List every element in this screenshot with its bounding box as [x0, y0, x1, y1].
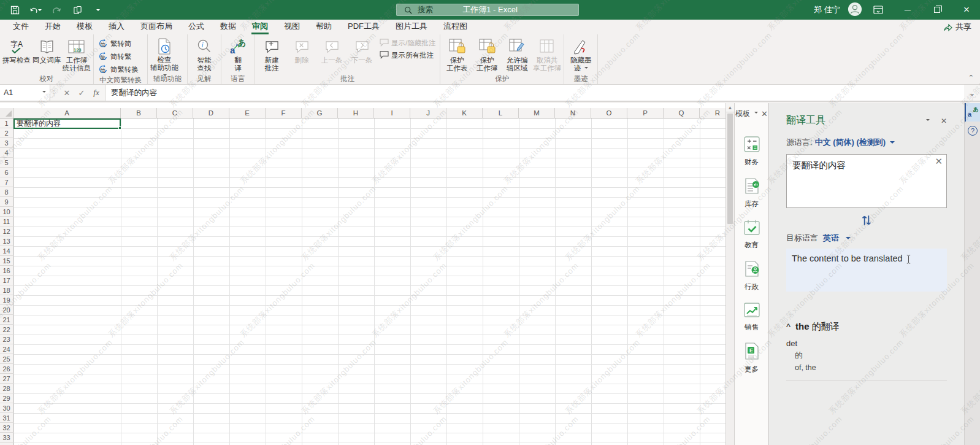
column-header-L[interactable]: L: [483, 108, 519, 118]
column-header-O[interactable]: O: [591, 108, 627, 118]
ribbon-tab-视图[interactable]: 视图: [276, 19, 308, 34]
name-box-dropdown-icon[interactable]: [42, 91, 46, 95]
column-header-F[interactable]: F: [266, 108, 302, 118]
ribbon-tab-审阅[interactable]: 审阅: [244, 19, 276, 34]
ribbon-button-保护工作表[interactable]: 保护 工作表: [442, 36, 472, 74]
worksheet-grid[interactable]: ABCDEFGHIJKLMNOPQR1234567891011121314151…: [0, 103, 725, 445]
row-header-34[interactable]: 34: [0, 443, 13, 445]
column-header-D[interactable]: D: [193, 108, 229, 118]
ribbon-button-智能查找[interactable]: i智能 查找: [189, 36, 219, 74]
undo-icon[interactable]: [29, 4, 42, 16]
column-header-K[interactable]: K: [446, 108, 483, 118]
share-button[interactable]: 共享: [944, 21, 971, 33]
customize-qat-icon[interactable]: [92, 4, 104, 16]
row-header-14[interactable]: 14: [0, 246, 13, 256]
column-header-M[interactable]: M: [519, 108, 555, 118]
column-header-E[interactable]: E: [229, 108, 266, 118]
touch-mode-icon[interactable]: [71, 4, 83, 16]
template-item-库存[interactable]: 库存: [743, 177, 761, 209]
scrollbar-thumb[interactable]: [727, 114, 733, 224]
user-name[interactable]: 郑 佳宁: [814, 4, 840, 15]
vertical-scrollbar[interactable]: ▲: [725, 103, 734, 445]
template-item-行政[interactable]: 行政: [743, 260, 761, 292]
column-header-N[interactable]: N: [555, 108, 591, 118]
column-header-R[interactable]: R: [700, 108, 725, 118]
collapse-ribbon-icon[interactable]: ⌃: [968, 74, 974, 82]
template-item-财务[interactable]: 财务: [743, 135, 761, 167]
ribbon-tab-图片工具[interactable]: 图片工具: [388, 19, 435, 34]
row-header-30[interactable]: 30: [0, 403, 13, 413]
ribbon-button-翻译[interactable]: aあ翻 译: [223, 36, 253, 74]
clear-source-icon[interactable]: ✕: [935, 156, 943, 167]
minimize-button[interactable]: ─: [894, 0, 921, 20]
row-header-10[interactable]: 10: [0, 207, 13, 217]
ribbon-button-工作簿统计信息[interactable]: 123工作簿 统计信息: [62, 36, 91, 74]
row-header-6[interactable]: 6: [0, 168, 13, 177]
ribbon-tab-PDF工具[interactable]: PDF工具: [340, 19, 388, 34]
template-pane-dropdown-icon[interactable]: [754, 112, 758, 115]
template-item-销售[interactable]: 销售: [743, 301, 761, 332]
collapse-section-icon[interactable]: ^: [786, 322, 791, 332]
row-header-9[interactable]: 9: [0, 197, 13, 207]
search-input[interactable]: 搜索: [396, 4, 579, 16]
save-icon[interactable]: [9, 4, 21, 16]
column-header-B[interactable]: B: [121, 108, 157, 118]
row-header-23[interactable]: 23: [0, 335, 13, 344]
ribbon-button-拼写检查[interactable]: 字A拼写检查: [2, 36, 31, 74]
row-header-21[interactable]: 21: [0, 315, 13, 325]
column-header-Q[interactable]: Q: [664, 108, 700, 118]
ribbon-tab-模板[interactable]: 模板: [69, 19, 101, 34]
column-header-C[interactable]: C: [157, 108, 193, 118]
row-header-32[interactable]: 32: [0, 423, 13, 433]
ribbon-tab-帮助[interactable]: 帮助: [308, 19, 340, 34]
ribbon-button-同义词库[interactable]: 同义词库: [32, 36, 61, 74]
ribbon-display-options-icon[interactable]: [865, 0, 892, 20]
ribbon-button-隐藏墨迹[interactable]: 隐藏墨 迹: [566, 36, 595, 74]
row-header-15[interactable]: 15: [0, 256, 13, 266]
column-header-H[interactable]: H: [338, 108, 374, 118]
undo-dropdown-icon[interactable]: [38, 9, 42, 13]
selected-cell-A1[interactable]: 要翻译的内容: [13, 118, 121, 129]
row-header-19[interactable]: 19: [0, 295, 13, 305]
column-header-A[interactable]: A: [13, 108, 121, 118]
column-header-I[interactable]: I: [374, 108, 410, 118]
template-pane-close-icon[interactable]: ✕: [761, 109, 768, 118]
name-box[interactable]: A1: [0, 85, 50, 101]
source-language-select[interactable]: 中文 (简体) (检测到): [815, 137, 886, 148]
column-header-J[interactable]: J: [410, 108, 446, 118]
column-header-P[interactable]: P: [627, 108, 664, 118]
ribbon-button-检查辅助功能[interactable]: 检查 辅助功能: [150, 36, 179, 74]
row-header-26[interactable]: 26: [0, 364, 13, 374]
target-language-dropdown-icon[interactable]: [846, 237, 851, 242]
ribbon-tab-页面布局[interactable]: 页面布局: [132, 19, 180, 34]
enter-entry-icon[interactable]: ✓: [75, 88, 88, 98]
ribbon-tab-文件[interactable]: 文件: [5, 19, 37, 34]
row-header-20[interactable]: 20: [0, 305, 13, 315]
ribbon-tab-公式[interactable]: 公式: [180, 19, 212, 34]
row-header-28[interactable]: 28: [0, 384, 13, 393]
cancel-entry-icon[interactable]: ✕: [60, 88, 74, 98]
ribbon-button-允许编辑区域[interactable]: 允许编 辑区域: [502, 36, 532, 74]
row-header-18[interactable]: 18: [0, 285, 13, 295]
row-header-11[interactable]: 11: [0, 217, 13, 226]
source-language-dropdown-icon[interactable]: [890, 141, 895, 146]
template-item-更多[interactable]: E更多: [743, 342, 760, 374]
row-header-3[interactable]: 3: [0, 138, 13, 148]
target-language-select[interactable]: 英语: [823, 233, 839, 244]
insert-function-icon[interactable]: fx: [90, 88, 103, 98]
avatar[interactable]: [848, 2, 862, 18]
ribbon-button-繁转简[interactable]: 简繁转简: [96, 38, 141, 49]
ribbon-button-简转繁[interactable]: 繁简转繁: [96, 51, 141, 62]
row-header-33[interactable]: 33: [0, 433, 13, 443]
row-header-24[interactable]: 24: [0, 344, 13, 354]
ribbon-tab-插入[interactable]: 插入: [101, 19, 132, 34]
maximize-button[interactable]: [924, 0, 951, 20]
scroll-up-icon[interactable]: ▲: [726, 103, 734, 112]
row-header-12[interactable]: 12: [0, 226, 13, 236]
close-button[interactable]: ×: [953, 0, 980, 20]
swap-languages-icon[interactable]: [786, 214, 947, 226]
source-text-box[interactable]: 要翻译的内容 ✕: [786, 154, 947, 208]
fill-handle[interactable]: [118, 126, 121, 130]
ribbon-button-简繁转换[interactable]: 简简繁转换: [96, 64, 141, 75]
dictionary-heading[interactable]: ^ the 的翻译: [786, 321, 947, 333]
